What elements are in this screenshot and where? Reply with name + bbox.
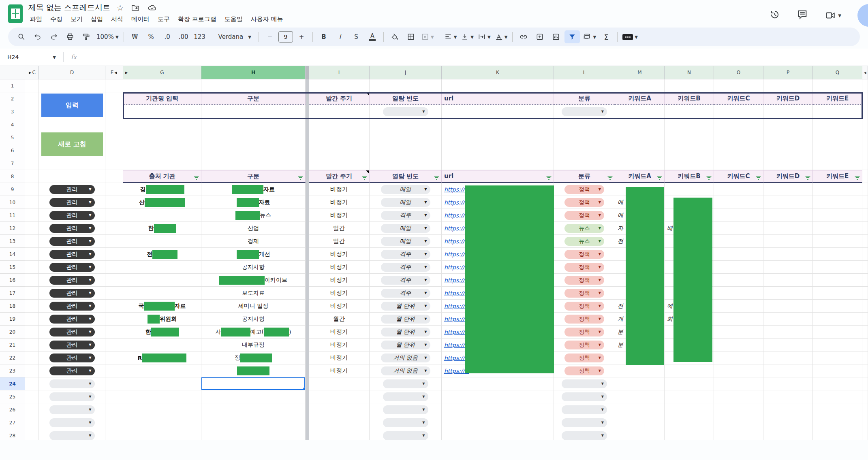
cell-P7[interactable] <box>763 157 813 170</box>
cell-D24[interactable]: ▼ <box>39 377 105 390</box>
cell-G22[interactable]: R <box>123 351 201 364</box>
cell-Q17[interactable] <box>813 287 862 300</box>
row-header-1[interactable]: 1 <box>0 79 25 92</box>
cell-J16[interactable]: 격주▼ <box>370 274 442 287</box>
row-header-27[interactable]: 27 <box>0 416 25 429</box>
cell-edge1[interactable] <box>862 79 868 92</box>
cell-C7[interactable] <box>25 157 39 170</box>
row-header-4[interactable]: 4 <box>0 118 25 131</box>
cell-D23[interactable]: 관리▼ <box>39 364 105 377</box>
cell-J2[interactable]: 열람 빈도 <box>370 92 442 105</box>
cell-J9[interactable]: 매일▼ <box>370 183 442 196</box>
row-header-20[interactable]: 20 <box>0 326 25 339</box>
cell-Q7[interactable] <box>813 157 862 170</box>
cell-edge3[interactable] <box>862 105 868 118</box>
horizontal-align-button[interactable]: ▼ <box>443 30 459 43</box>
cell-H20[interactable]: 사 예고() <box>201 326 306 339</box>
cell-L20[interactable]: 정책▼ <box>554 326 615 339</box>
frequency-dropdown[interactable]: 월 단위▼ <box>381 315 430 324</box>
cell-I4[interactable] <box>309 118 370 131</box>
fill-handle[interactable] <box>303 387 306 390</box>
cell-N4[interactable] <box>665 118 714 131</box>
manage-dropdown[interactable]: 관리▼ <box>49 250 95 259</box>
cell-E28[interactable] <box>105 429 123 440</box>
row-header-3[interactable]: 3 <box>0 105 25 118</box>
cell-Q28[interactable] <box>813 429 862 440</box>
cell-edge12[interactable] <box>862 222 868 235</box>
cell-M24[interactable] <box>615 377 665 390</box>
cell-I21[interactable]: 비정기 <box>309 339 370 351</box>
url-link[interactable]: https://a <box>444 303 468 309</box>
cell-I17[interactable]: 비정기 <box>309 287 370 300</box>
row-header-25[interactable]: 25 <box>0 390 25 403</box>
col-header-J[interactable]: J <box>370 66 442 79</box>
cell-D25[interactable]: ▼ <box>39 390 105 403</box>
cell-H17[interactable]: 보도자료 <box>201 287 306 300</box>
cell-P24[interactable] <box>763 377 813 390</box>
cell-E26[interactable] <box>105 403 123 416</box>
cell-D20[interactable]: 관리▼ <box>39 326 105 339</box>
manage-dropdown[interactable]: 관리▼ <box>49 366 95 375</box>
user-avatar[interactable] <box>857 4 868 27</box>
cell-O16[interactable] <box>714 274 763 287</box>
cell-Q8[interactable]: 키워드E <box>813 170 862 183</box>
cell-E25[interactable] <box>105 390 123 403</box>
cell-D7[interactable] <box>39 157 105 170</box>
cell-O3[interactable] <box>714 105 763 118</box>
cell-P26[interactable] <box>763 403 813 416</box>
paint-format-button[interactable] <box>79 30 94 43</box>
manage-dropdown[interactable]: 관리▼ <box>49 289 95 298</box>
cell-J25[interactable]: ▼ <box>370 390 442 403</box>
cell-Q14[interactable] <box>813 248 862 261</box>
row-header-13[interactable]: 13 <box>0 235 25 248</box>
cell-M8[interactable]: 키워드A <box>615 170 665 183</box>
cell-E21[interactable] <box>105 339 123 351</box>
cell-J24[interactable]: ▼ <box>370 377 442 390</box>
row-header-2[interactable]: 2 <box>0 92 25 105</box>
cell-H4[interactable] <box>201 118 306 131</box>
cell-H26[interactable] <box>201 403 306 416</box>
cell-L11[interactable]: 정책▼ <box>554 209 615 222</box>
frequency-dropdown[interactable]: 거의 없음▼ <box>381 354 430 362</box>
cell-J7[interactable] <box>370 157 442 170</box>
cell-K3[interactable] <box>442 105 554 118</box>
cell-I12[interactable]: 일간 <box>309 222 370 235</box>
cell-Q4[interactable] <box>813 118 862 131</box>
cell-Q18[interactable] <box>813 300 862 313</box>
cell-D27[interactable]: ▼ <box>39 416 105 429</box>
category-dropdown[interactable]: 정책▼ <box>564 328 604 336</box>
cell-C18[interactable] <box>25 300 39 313</box>
name-box[interactable]: H24▼ <box>0 54 60 60</box>
cell-J22[interactable]: 거의 없음▼ <box>370 351 442 364</box>
cell-I7[interactable] <box>309 157 370 170</box>
cell-edge13[interactable] <box>862 235 868 248</box>
category-dropdown[interactable]: ▼ <box>562 431 607 440</box>
cell-I3[interactable] <box>309 105 370 118</box>
cell-E12[interactable] <box>105 222 123 235</box>
cell-C1[interactable] <box>25 79 39 92</box>
cell-C21[interactable] <box>25 339 39 351</box>
manage-dropdown[interactable]: ▼ <box>49 431 95 440</box>
cell-O26[interactable] <box>714 403 763 416</box>
cell-G13[interactable] <box>123 235 201 248</box>
cell-O24[interactable] <box>714 377 763 390</box>
frequency-dropdown[interactable]: 격주▼ <box>381 289 430 298</box>
cell-C22[interactable] <box>25 351 39 364</box>
category-dropdown[interactable]: ▼ <box>562 405 607 414</box>
filter-button[interactable] <box>564 30 580 43</box>
frequency-dropdown[interactable]: 매일▼ <box>381 237 430 246</box>
frequency-dropdown[interactable]: 격주▼ <box>381 276 430 285</box>
cell-K4[interactable] <box>442 118 554 131</box>
cell-K25[interactable] <box>442 390 554 403</box>
col-header-Q[interactable]: Q <box>813 66 862 79</box>
cell-O6[interactable] <box>714 144 763 157</box>
cell-H27[interactable] <box>201 416 306 429</box>
cell-edge4[interactable] <box>862 118 868 131</box>
cell-C6[interactable] <box>25 144 39 157</box>
cell-L22[interactable]: 정책▼ <box>554 351 615 364</box>
category-dropdown[interactable]: 정책▼ <box>564 250 604 259</box>
row-header-7[interactable]: 7 <box>0 157 25 170</box>
cell-L17[interactable]: 정책▼ <box>554 287 615 300</box>
cell-L26[interactable]: ▼ <box>554 403 615 416</box>
row-header-23[interactable]: 23 <box>0 364 25 377</box>
